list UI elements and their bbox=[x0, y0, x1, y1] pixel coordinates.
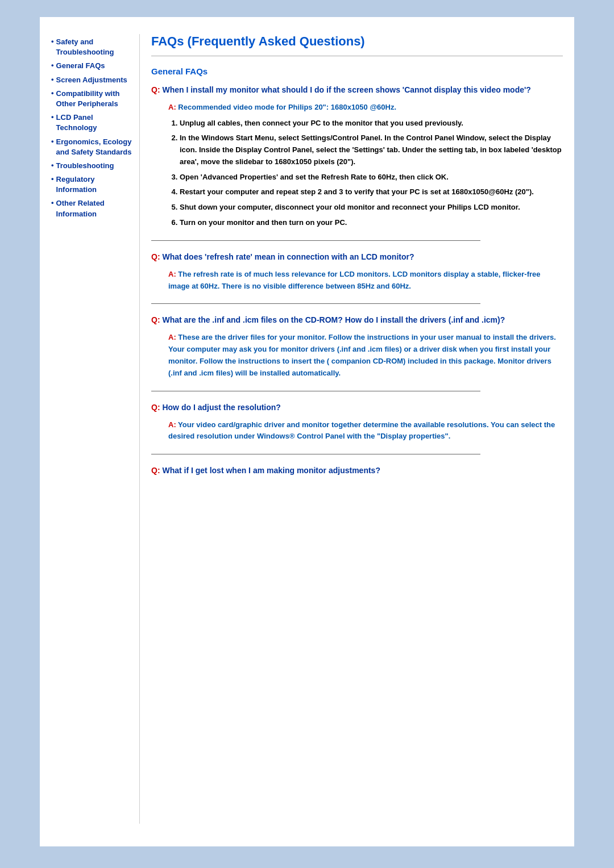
a-label-4: A: bbox=[168, 420, 176, 429]
bullet-dot: • bbox=[51, 61, 54, 69]
step-3: Open 'Advanced Properties' and set the R… bbox=[180, 172, 563, 183]
sidebar-link-screen[interactable]: Screen Adjustments bbox=[56, 75, 127, 85]
answer-text-3: A: These are the driver files for your m… bbox=[168, 332, 563, 379]
answer-block-4: A: Your video card/graphic driver and mo… bbox=[168, 419, 563, 443]
answer-block-1: A: Recommended video mode for Philips 20… bbox=[168, 102, 563, 229]
answer-2-text: The refresh rate is of much less relevan… bbox=[168, 270, 541, 290]
sidebar-item-screen[interactable]: • Screen Adjustments bbox=[51, 75, 134, 85]
step-4: Restart your computer and repeat step 2 … bbox=[180, 186, 563, 198]
question-2-text: What does 'refresh rate' mean in connect… bbox=[162, 252, 414, 261]
answer-3-text: These are the driver files for your moni… bbox=[168, 333, 556, 377]
page-title: FAQs (Frequently Asked Questions) bbox=[151, 34, 563, 49]
qa-block-1: Q: When I install my monitor what should… bbox=[151, 84, 563, 229]
q-label-5: Q: bbox=[151, 466, 160, 475]
sidebar-link-other[interactable]: Other Related Information bbox=[56, 198, 134, 219]
answer-text-2: A: The refresh rate is of much less rele… bbox=[168, 269, 563, 293]
steps-list-1: Unplug all cables, then connect your PC … bbox=[180, 118, 563, 229]
qa-divider-3 bbox=[151, 391, 480, 391]
qa-divider-1 bbox=[151, 240, 480, 241]
sidebar-link-regulatory[interactable]: Regulatory Information bbox=[56, 174, 134, 195]
answer-text-4: A: Your video card/graphic driver and mo… bbox=[168, 419, 563, 443]
section-title: General FAQs bbox=[151, 66, 563, 76]
sidebar-link-general-faqs[interactable]: General FAQs bbox=[56, 61, 105, 71]
a-label: A: bbox=[168, 103, 176, 111]
step-2: In the Windows Start Menu, select Settin… bbox=[180, 132, 563, 168]
qa-block-3: Q: What are the .inf and .icm files on t… bbox=[151, 314, 563, 379]
bullet-dot: • bbox=[51, 174, 54, 183]
qa-block-4: Q: How do I adjust the resolution? A: Yo… bbox=[151, 402, 563, 443]
question-1-text: When I install my monitor what should I … bbox=[162, 85, 530, 94]
sidebar-link-troubleshooting[interactable]: Troubleshooting bbox=[56, 161, 114, 171]
bullet-dot: • bbox=[51, 112, 54, 121]
answer-block-3: A: These are the driver files for your m… bbox=[168, 332, 563, 379]
a-label-3: A: bbox=[168, 333, 176, 341]
sidebar-item-lcd[interactable]: • LCD Panel Technology bbox=[51, 112, 134, 133]
answer-4-text: Your video card/graphic driver and monit… bbox=[168, 420, 555, 441]
sidebar-item-general-faqs[interactable]: • General FAQs bbox=[51, 61, 134, 71]
question-4-text: How do I adjust the resolution? bbox=[162, 403, 280, 412]
qa-divider-4 bbox=[151, 454, 480, 454]
answer-intro-1: A: Recommended video mode for Philips 20… bbox=[168, 102, 563, 113]
step-1: Unplug all cables, then connect your PC … bbox=[180, 118, 563, 130]
main-content: FAQs (Frequently Asked Questions) Genera… bbox=[139, 34, 563, 824]
bullet-dot: • bbox=[51, 161, 54, 169]
sidebar-item-troubleshooting[interactable]: • Troubleshooting bbox=[51, 161, 134, 171]
question-5: Q: What if I get lost when I am making m… bbox=[151, 465, 563, 477]
question-1: Q: When I install my monitor what should… bbox=[151, 84, 563, 96]
sidebar-link-ergonomics[interactable]: Ergonomics, Ecology and Safety Standards bbox=[56, 137, 134, 157]
sidebar-link-compatibility[interactable]: Compatibility with Other Peripherals bbox=[56, 89, 134, 109]
question-5-text: What if I get lost when I am making moni… bbox=[162, 466, 380, 475]
sidebar-item-safety[interactable]: • Safety and Troubleshooting bbox=[51, 37, 134, 57]
step-5: Shut down your computer, disconnect your… bbox=[180, 202, 563, 214]
question-3: Q: What are the .inf and .icm files on t… bbox=[151, 314, 563, 326]
q-label-2: Q: bbox=[151, 252, 160, 261]
bullet-dot: • bbox=[51, 75, 54, 84]
title-divider bbox=[151, 56, 563, 56]
sidebar-item-ergonomics[interactable]: • Ergonomics, Ecology and Safety Standar… bbox=[51, 137, 134, 157]
question-3-text: What are the .inf and .icm files on the … bbox=[162, 315, 505, 324]
question-2: Q: What does 'refresh rate' mean in conn… bbox=[151, 251, 563, 263]
bullet-dot: • bbox=[51, 137, 54, 145]
q-label-4: Q: bbox=[151, 403, 160, 412]
qa-divider-2 bbox=[151, 303, 480, 304]
sidebar-link-lcd[interactable]: LCD Panel Technology bbox=[56, 112, 134, 133]
sidebar-item-compatibility[interactable]: • Compatibility with Other Peripherals bbox=[51, 89, 134, 109]
sidebar-item-regulatory[interactable]: • Regulatory Information bbox=[51, 174, 134, 195]
answer-block-2: A: The refresh rate is of much less rele… bbox=[168, 269, 563, 293]
bullet-dot: • bbox=[51, 89, 54, 97]
bullet-dot: • bbox=[51, 198, 54, 207]
qa-block-5: Q: What if I get lost when I am making m… bbox=[151, 465, 563, 477]
a-label-2: A: bbox=[168, 270, 176, 278]
question-4: Q: How do I adjust the resolution? bbox=[151, 402, 563, 414]
page-container: • Safety and Troubleshooting • General F… bbox=[40, 17, 574, 846]
qa-block-2: Q: What does 'refresh rate' mean in conn… bbox=[151, 251, 563, 293]
bullet-dot: • bbox=[51, 37, 54, 45]
q-label-3: Q: bbox=[151, 315, 160, 324]
step-6: Turn on your monitor and then turn on yo… bbox=[180, 217, 563, 229]
q-label: Q: bbox=[151, 85, 160, 94]
sidebar-item-other[interactable]: • Other Related Information bbox=[51, 198, 134, 219]
answer-intro-1-text: Recommended video mode for Philips 20": … bbox=[178, 103, 396, 111]
sidebar-link-safety[interactable]: Safety and Troubleshooting bbox=[56, 37, 134, 57]
sidebar: • Safety and Troubleshooting • General F… bbox=[51, 34, 139, 824]
